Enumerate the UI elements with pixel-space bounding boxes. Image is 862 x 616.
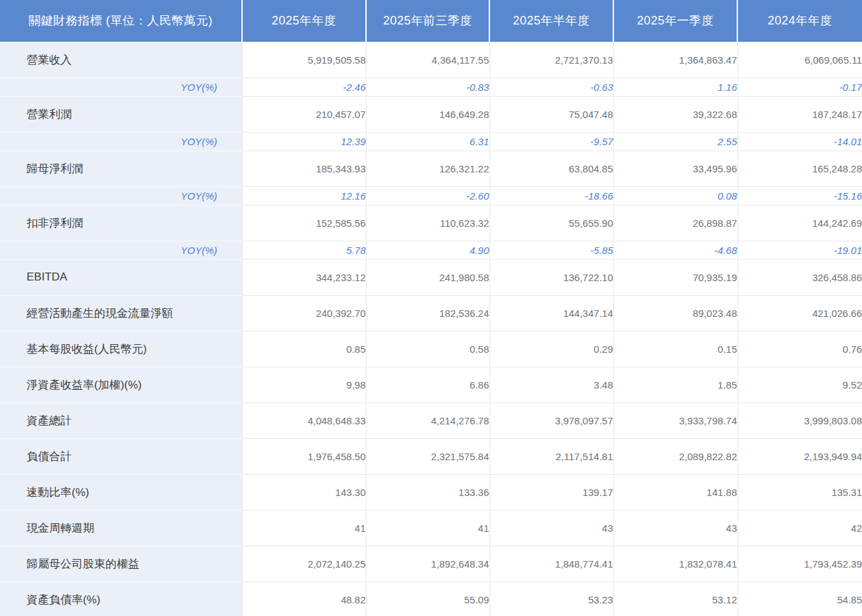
value-cell: 1,364,863.47 (613, 42, 737, 78)
header-col-2025-half: 2025年半年度 (489, 0, 613, 42)
value-cell: 9.52 (737, 367, 862, 402)
table-row-operating-profit: 營業利潤 210,457.07 146,649.28 75,047.48 39,… (0, 96, 862, 132)
value-cell: 0.15 (613, 331, 737, 367)
value-cell: 165,248.28 (737, 151, 862, 186)
table-row-revenue: 營業收入 5,919,505.58 4,364,117.55 2,721,370… (0, 42, 862, 78)
header-col-2025-annual: 2025年年度 (242, 0, 366, 42)
table-row-quick-ratio: 速動比率(%) 143.30 133.36 139.17 141.88 135.… (0, 474, 862, 510)
yoy-value-cell: -2.46 (242, 78, 366, 96)
table-row-yoy: YOY(%) 5.78 4.90 -5.85 -4.68 -19.01 (0, 241, 862, 259)
value-cell: 182,536.24 (366, 295, 489, 331)
yoy-value-cell: -0.63 (489, 78, 613, 96)
table-row-debt-to-asset-ratio: 資產負債率(%) 48.82 55.09 53.23 53.12 54.85 (0, 582, 862, 616)
table-row-non-gaap-net-profit: 扣非淨利潤 152,585.56 110,623.32 55,655.90 26… (0, 205, 862, 241)
value-cell: 4,214,276.78 (366, 402, 489, 438)
value-cell: 0.29 (489, 331, 613, 367)
metric-label: 負債合計 (0, 438, 242, 474)
value-cell: 9.98 (242, 367, 366, 402)
value-cell: 41 (242, 510, 366, 546)
value-cell: 3.48 (489, 367, 613, 402)
yoy-value-cell: -5.85 (489, 241, 613, 259)
table-row-ebitda: EBITDA 344,233.12 241,980.58 136,722.10 … (0, 259, 862, 295)
metric-label: 資產負債率(%) (0, 582, 242, 616)
yoy-value-cell: -0.83 (366, 78, 489, 96)
yoy-value-cell: -15.16 (737, 186, 862, 205)
metric-label: 營業收入 (0, 42, 242, 78)
value-cell: 0.76 (737, 331, 862, 367)
header-col-2025-q1: 2025年一季度 (613, 0, 737, 42)
value-cell: 1,793,452.39 (737, 546, 862, 582)
value-cell: 136,722.10 (489, 259, 613, 295)
table-row-basic-eps: 基本每股收益(人民幣元) 0.85 0.58 0.29 0.15 0.76 (0, 331, 862, 367)
value-cell: 42 (737, 510, 862, 546)
value-cell: 143.30 (242, 474, 366, 510)
value-cell: 344,233.12 (242, 259, 366, 295)
yoy-value-cell: 12.16 (242, 186, 366, 205)
table-row-yoy: YOY(%) 12.16 -2.60 -18.66 0.08 -15.16 (0, 186, 862, 205)
value-cell: 3,978,097.57 (489, 402, 613, 438)
value-cell: 5,919,505.58 (242, 42, 366, 78)
metric-label: 經營活動產生的現金流量淨額 (0, 295, 242, 331)
value-cell: 141.88 (613, 474, 737, 510)
value-cell: 152,585.56 (242, 205, 366, 241)
yoy-value-cell: -0.17 (737, 78, 862, 96)
header-col-2024-annual: 2024年年度 (737, 0, 862, 42)
value-cell: 1,832,078.41 (613, 546, 737, 582)
value-cell: 6.86 (366, 367, 489, 402)
value-cell: 0.58 (366, 331, 489, 367)
value-cell: 421,026.66 (737, 295, 862, 331)
table-row-yoy: YOY(%) 12.39 6.31 -9.57 2.55 -14.01 (0, 132, 862, 151)
value-cell: 2,193,949.94 (737, 438, 862, 474)
value-cell: 6,069,065.11 (737, 42, 862, 78)
header-row: 關鍵財務指標 (單位：人民幣萬元) 2025年年度 2025年前三季度 2025… (0, 0, 862, 42)
value-cell: 2,721,370.13 (489, 42, 613, 78)
yoy-value-cell: 4.90 (366, 241, 489, 259)
value-cell: 55,655.90 (489, 205, 613, 241)
table-row-total-assets: 資產總計 4,048,648.33 4,214,276.78 3,978,097… (0, 402, 862, 438)
value-cell: 133.36 (366, 474, 489, 510)
value-cell: 54.85 (737, 582, 862, 616)
value-cell: 1,848,774.41 (489, 546, 613, 582)
value-cell: 75,047.48 (489, 96, 613, 132)
value-cell: 63,804.85 (489, 151, 613, 186)
financial-metrics-table: 關鍵財務指標 (單位：人民幣萬元) 2025年年度 2025年前三季度 2025… (0, 0, 862, 616)
value-cell: 2,117,514.81 (489, 438, 613, 474)
value-cell: 43 (613, 510, 737, 546)
metric-label: 基本每股收益(人民幣元) (0, 331, 242, 367)
value-cell: 3,999,803.08 (737, 402, 862, 438)
yoy-value-cell: 12.39 (242, 132, 366, 151)
table-row-yoy: YOY(%) -2.46 -0.83 -0.63 1.16 -0.17 (0, 78, 862, 96)
yoy-value-cell: 6.31 (366, 132, 489, 151)
yoy-value-cell: 5.78 (242, 241, 366, 259)
metric-label: 營業利潤 (0, 96, 242, 132)
value-cell: 126,321.22 (366, 151, 489, 186)
yoy-value-cell: -2.60 (366, 186, 489, 205)
metric-label: EBITDA (0, 259, 242, 295)
value-cell: 1,976,458.50 (242, 438, 366, 474)
value-cell: 210,457.07 (242, 96, 366, 132)
value-cell: 4,048,648.33 (242, 402, 366, 438)
table-row-operating-cash-flow: 經營活動產生的現金流量淨額 240,392.70 182,536.24 144,… (0, 295, 862, 331)
value-cell: 139.17 (489, 474, 613, 510)
header-col-2025-q3: 2025年前三季度 (366, 0, 489, 42)
value-cell: 110,623.32 (366, 205, 489, 241)
metric-label: 資產總計 (0, 402, 242, 438)
value-cell: 89,023.48 (613, 295, 737, 331)
value-cell: 241,980.58 (366, 259, 489, 295)
yoy-label: YOY(%) (0, 132, 242, 151)
metric-label: 歸屬母公司股東的權益 (0, 546, 242, 582)
value-cell: 0.85 (242, 331, 366, 367)
yoy-value-cell: 1.16 (613, 78, 737, 96)
value-cell: 3,933,798.74 (613, 402, 737, 438)
value-cell: 1.85 (613, 367, 737, 402)
table-row-weighted-roe: 淨資產收益率(加權)(%) 9.98 6.86 3.48 1.85 9.52 (0, 367, 862, 402)
value-cell: 185,343.93 (242, 151, 366, 186)
value-cell: 144,242.69 (737, 205, 862, 241)
metric-label: 速動比率(%) (0, 474, 242, 510)
value-cell: 55.09 (366, 582, 489, 616)
value-cell: 144,347.14 (489, 295, 613, 331)
value-cell: 39,322.68 (613, 96, 737, 132)
value-cell: 2,321,575.84 (366, 438, 489, 474)
yoy-value-cell: 0.08 (613, 186, 737, 205)
metric-label: 歸母淨利潤 (0, 151, 242, 186)
